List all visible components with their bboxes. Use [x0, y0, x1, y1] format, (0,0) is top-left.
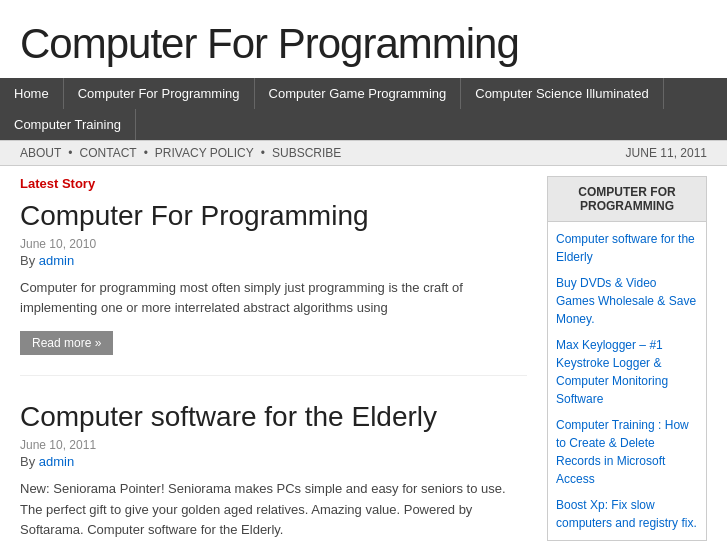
- sidebar-title: COMPUTER FOR PROGRAMMING: [547, 176, 707, 222]
- article-author-1[interactable]: admin: [39, 253, 74, 268]
- article-excerpt-1: Computer for programming most often simp…: [20, 278, 527, 320]
- sub-nav-bullet: •: [144, 146, 148, 160]
- nav-item-home[interactable]: Home: [0, 78, 64, 109]
- main-nav: HomeComputer For ProgrammingComputer Gam…: [0, 78, 727, 140]
- article-by-1: By admin: [20, 253, 527, 268]
- sub-nav-link-privacy-policy[interactable]: PRIVACY POLICY: [155, 146, 254, 160]
- article-2: Computer software for the Elderly June 1…: [20, 400, 527, 545]
- sub-nav-link-subscribe[interactable]: SUBSCRIBE: [272, 146, 341, 160]
- site-header: Computer For Programming: [0, 0, 727, 78]
- sub-nav-bar: ABOUT•CONTACT•PRIVACY POLICY•SUBSCRIBE J…: [0, 140, 727, 166]
- sub-nav-date: JUNE 11, 2011: [626, 146, 707, 160]
- sidebar-link-5[interactable]: Boost Xp: Fix slow computers and registr…: [556, 496, 698, 532]
- sidebar-link-1[interactable]: Computer software for the Elderly: [556, 230, 698, 266]
- nav-item-computer-science-illuminated[interactable]: Computer Science Illuminated: [461, 78, 663, 109]
- sidebar-link-3[interactable]: Max Keylogger – #1 Keystroke Logger & Co…: [556, 336, 698, 408]
- sub-nav-bullet: •: [68, 146, 72, 160]
- sub-nav-link-contact[interactable]: CONTACT: [80, 146, 137, 160]
- article-title-2[interactable]: Computer software for the Elderly: [20, 400, 527, 434]
- nav-item-computer-training[interactable]: Computer Training: [0, 109, 136, 140]
- sidebar-link-4[interactable]: Computer Training : How to Create & Dele…: [556, 416, 698, 488]
- sidebar: COMPUTER FOR PROGRAMMING Computer softwa…: [547, 176, 707, 545]
- sub-nav-bullet: •: [261, 146, 265, 160]
- articles-container: Computer For Programming June 10, 2010 B…: [20, 199, 527, 545]
- article-1: Computer For Programming June 10, 2010 B…: [20, 199, 527, 376]
- sidebar-link-2[interactable]: Buy DVDs & Video Games Wholesale & Save …: [556, 274, 698, 328]
- latest-story-label: Latest Story: [20, 176, 527, 191]
- sub-nav-link-about[interactable]: ABOUT: [20, 146, 61, 160]
- content-wrapper: Latest Story Computer For Programming Ju…: [0, 166, 727, 545]
- nav-item-computer-for-programming[interactable]: Computer For Programming: [64, 78, 255, 109]
- nav-item-computer-game-programming[interactable]: Computer Game Programming: [255, 78, 462, 109]
- article-excerpt-2: New: Seniorama Pointer! Seniorama makes …: [20, 479, 527, 541]
- article-by-2: By admin: [20, 454, 527, 469]
- site-title[interactable]: Computer For Programming: [20, 20, 707, 68]
- read-more-button-1[interactable]: Read more »: [20, 331, 113, 355]
- nav-row-1: HomeComputer For ProgrammingComputer Gam…: [0, 78, 727, 109]
- sub-nav-links: ABOUT•CONTACT•PRIVACY POLICY•SUBSCRIBE: [20, 146, 341, 160]
- article-date-2: June 10, 2011: [20, 438, 527, 452]
- nav-row-2: Computer Training: [0, 109, 727, 140]
- article-date-1: June 10, 2010: [20, 237, 527, 251]
- article-author-2[interactable]: admin: [39, 454, 74, 469]
- article-title-1[interactable]: Computer For Programming: [20, 199, 527, 233]
- main-content: Latest Story Computer For Programming Ju…: [20, 176, 527, 545]
- sidebar-links: Computer software for the ElderlyBuy DVD…: [547, 222, 707, 541]
